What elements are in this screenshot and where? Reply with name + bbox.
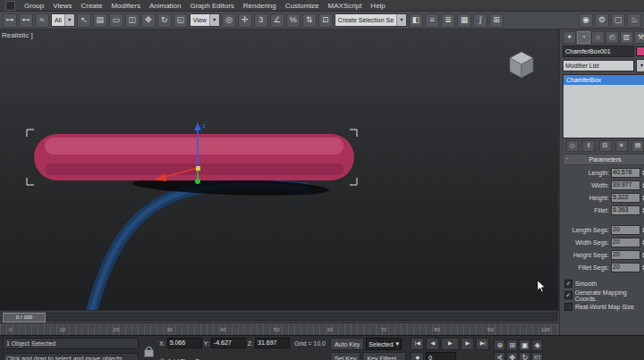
use-pivot-center-icon[interactable]: ◎ — [222, 13, 236, 28]
key-filters-button[interactable]: Key Filters... — [362, 352, 406, 360]
curve-editor-icon[interactable]: ∫ — [473, 13, 487, 28]
menu-create[interactable]: Create — [80, 2, 102, 10]
menu-customize[interactable]: Customize — [285, 2, 319, 10]
spinner-snap-icon[interactable]: ⇅ — [302, 13, 317, 28]
tab-motion-icon[interactable]: ◴ — [606, 31, 619, 44]
real-world-map-size-checkbox[interactable] — [564, 303, 572, 311]
modifier-stack[interactable]: ChamferBox — [563, 74, 644, 138]
menu-help[interactable]: Help — [370, 2, 385, 10]
schematic-view-icon[interactable]: ⊞ — [489, 13, 504, 28]
zoom-all-icon[interactable]: ⊞ — [506, 339, 518, 351]
mirror-icon[interactable]: ◧ — [409, 13, 423, 28]
tab-utilities-icon[interactable]: ⚒ — [634, 31, 644, 44]
app-menu-icon[interactable] — [5, 1, 15, 11]
selection-filter-dropdown[interactable]: All ▾ — [51, 13, 75, 27]
pin-stack-icon[interactable]: ◇ — [566, 140, 579, 152]
auto-key-button[interactable]: Auto Key — [330, 338, 364, 350]
selection-lock-icon[interactable] — [144, 349, 154, 357]
select-object-icon[interactable]: ↖ — [77, 13, 91, 28]
rendered-frame-icon[interactable]: ▢ — [611, 13, 625, 28]
key-mode-toggle-icon[interactable]: ◆ — [411, 352, 424, 360]
coord-x-field[interactable]: 5.066 — [167, 338, 202, 348]
window-crossing-icon[interactable]: ◫ — [125, 13, 140, 28]
parameters-rollout-header[interactable]: - Parameters — [563, 154, 644, 165]
go-to-end-icon[interactable]: ▶| — [476, 338, 489, 350]
show-end-result-icon[interactable]: ‖ — [582, 140, 595, 152]
spline-object[interactable] — [88, 185, 306, 310]
viewport-shading-label[interactable]: Realistic ] — [2, 31, 33, 39]
width-segs-field[interactable]: 20 — [611, 238, 640, 247]
material-editor-icon[interactable]: ◉ — [579, 13, 593, 28]
select-by-name-icon[interactable]: ▤ — [93, 13, 107, 28]
select-rotate-icon[interactable]: ↻ — [157, 13, 172, 28]
tab-display-icon[interactable]: ▥ — [620, 31, 633, 44]
ribbon-icon[interactable]: ▦ — [457, 13, 471, 28]
time-slider[interactable]: 0 / 100 — [0, 310, 559, 322]
menu-rendering[interactable]: Rendering — [243, 2, 276, 10]
length-field[interactable]: 40.578 — [611, 168, 640, 178]
render-setup-icon[interactable]: ⚙ — [595, 13, 609, 28]
layer-manager-icon[interactable]: ≣ — [441, 13, 455, 28]
gizmo-y-handle[interactable] — [195, 179, 200, 184]
reference-coordinate-dropdown[interactable]: View ▾ — [190, 13, 220, 27]
tab-hierarchy-icon[interactable]: ⌂ — [591, 31, 605, 44]
object-color-swatch[interactable] — [636, 46, 644, 56]
viewport[interactable]: Realistic ] — [0, 29, 559, 310]
zoom-extents-all-icon[interactable]: ◈ — [531, 339, 543, 351]
go-to-start-icon[interactable]: |◀ — [411, 338, 424, 350]
select-scale-icon[interactable]: ◱ — [174, 13, 188, 28]
snap-toggle-icon[interactable]: 3 — [254, 13, 268, 28]
width-field[interactable]: 39.977 — [611, 180, 640, 190]
current-frame-field[interactable]: 0 — [426, 352, 456, 360]
select-move-icon[interactable]: ✥ — [141, 13, 156, 28]
next-frame-icon[interactable]: ▶ — [461, 338, 474, 350]
menu-modifiers[interactable]: Modifiers — [111, 2, 140, 10]
fillet-field[interactable]: 6.363 — [611, 205, 640, 215]
height-field[interactable]: 5.322 — [611, 193, 640, 203]
configure-modifier-sets-icon[interactable]: ▤ — [631, 140, 644, 152]
previous-frame-icon[interactable]: ◀ — [426, 338, 439, 350]
set-key-button[interactable]: Set Key — [330, 352, 361, 360]
coord-z-field[interactable]: 31.697 — [255, 338, 290, 348]
height-segs-field[interactable]: 20 — [611, 250, 640, 260]
tab-modify-icon[interactable]: ◔ — [577, 31, 590, 44]
make-unique-icon[interactable]: ⊟ — [599, 140, 612, 152]
render-production-icon[interactable]: ♨ — [627, 13, 641, 28]
track-bar[interactable]: 0 10 20 30 40 50 60 70 80 90 100 — [0, 322, 559, 335]
time-slider-handle[interactable]: 0 / 100 — [3, 313, 46, 322]
menu-animation[interactable]: Animation — [149, 2, 182, 10]
create-selection-set-dropdown[interactable]: Create Selection Se ▾ — [335, 13, 407, 27]
play-animation-icon[interactable]: ▶ — [441, 338, 459, 350]
select-link-icon[interactable]: ⊶ — [3, 13, 17, 28]
maximize-viewport-icon[interactable]: ◱ — [531, 352, 543, 360]
time-slider-groove[interactable] — [2, 313, 557, 321]
gizmo-center[interactable] — [196, 166, 200, 171]
selection-region-icon[interactable]: ▭ — [109, 13, 123, 28]
field-of-view-icon[interactable]: ∢ — [494, 352, 505, 360]
modifier-stack-item[interactable]: ChamferBox — [564, 75, 644, 85]
modifier-list-dropdown[interactable]: Modifier List — [563, 60, 634, 71]
percent-snap-icon[interactable]: % — [286, 13, 301, 28]
gizmo-z-arrowhead-icon[interactable] — [194, 122, 201, 130]
zoom-extents-icon[interactable]: ▣ — [519, 339, 530, 351]
orbit-icon[interactable]: ↻ — [519, 352, 530, 360]
select-manipulate-icon[interactable]: ✛ — [238, 13, 252, 28]
menu-group[interactable]: Group — [24, 2, 44, 10]
menu-views[interactable]: Views — [53, 2, 72, 10]
tab-create-icon[interactable]: ✦ — [563, 31, 576, 44]
edit-named-sets-icon[interactable]: ⊡ — [318, 13, 333, 28]
align-icon[interactable]: ≡ — [425, 13, 439, 28]
angle-snap-icon[interactable]: ∠ — [270, 13, 284, 28]
menu-graph-editors[interactable]: Graph Editors — [190, 2, 233, 10]
generate-mapping-coords-checkbox[interactable]: ✓ — [564, 291, 572, 299]
fillet-segs-field[interactable]: 20 — [611, 263, 640, 272]
zoom-icon[interactable]: ⊕ — [494, 339, 505, 351]
smooth-checkbox[interactable]: ✓ — [564, 280, 572, 288]
remove-modifier-icon[interactable]: ✕ — [615, 140, 628, 152]
coord-y-field[interactable]: -4.627 — [211, 338, 246, 348]
unlink-icon[interactable]: ⊷ — [19, 13, 33, 28]
menu-maxscript[interactable]: MAXScript — [328, 2, 362, 10]
viewcube[interactable] — [510, 52, 533, 78]
pan-view-icon[interactable]: ✥ — [506, 352, 518, 360]
length-segs-field[interactable]: 20 — [611, 225, 640, 235]
